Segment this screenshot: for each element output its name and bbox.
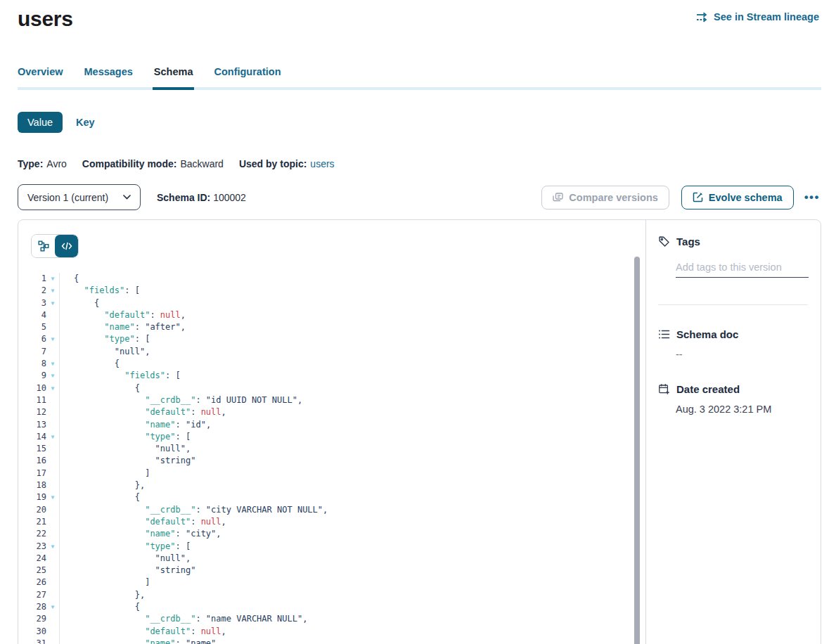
fold-gutter [46,455,59,467]
fold-arrow-icon[interactable]: ▼ [46,541,59,553]
schema-id: Schema ID: 100002 [157,192,246,203]
code-line: 3▼ { [18,297,645,309]
fold-arrow-icon[interactable]: ▼ [46,382,59,394]
date-created-section: Date created Aug. 3 2022 3:21 PM [658,383,808,415]
line-number: 9 [18,370,46,382]
tree-view-button[interactable] [32,235,55,257]
line-number: 8 [18,358,46,370]
code-line: 6▼ "type": [ [18,333,645,345]
code-text: "__crdb__": "id UUID NOT NULL", [60,394,302,406]
code-line: 31 "name": "name", [18,638,645,644]
line-number: 10 [18,382,46,394]
code-line: 2▼ "fields": [ [18,285,645,297]
code-text: { [60,601,140,613]
tags-title: Tags [676,236,700,247]
line-number: 23 [18,541,46,553]
line-number: 15 [18,443,46,455]
code-line: 24 "null", [18,553,645,565]
code-line: 18 }, [18,479,645,491]
version-bar: Version 1 (current) Schema ID: 100002 [18,184,821,210]
line-number: 17 [18,468,46,479]
compatibility-value: Backward [180,158,223,169]
code-line: 9▼ "fields": [ [18,370,645,382]
code-text: "default": null, [60,626,226,638]
code-line: 27 }, [18,589,645,601]
code-line: 28▼ { [18,601,645,613]
code-line: 5 "name": "after", [18,321,645,333]
code-line: 15 "null", [18,443,645,455]
fold-gutter [46,309,59,321]
fold-arrow-icon[interactable]: ▼ [46,273,59,285]
fold-arrow-icon[interactable]: ▼ [46,297,59,309]
code-line: 8▼ { [18,358,645,370]
tab-bar: OverviewMessagesSchemaConfiguration [18,66,821,87]
tab-underline-track [18,87,821,90]
fold-arrow-icon[interactable]: ▼ [46,370,59,382]
schema-editor-panel: 1▼{2▼ "fields": [3▼ {4 "default": null,5… [18,220,646,644]
fold-arrow-icon[interactable]: ▼ [46,285,59,297]
topic-link[interactable]: users [310,158,334,169]
tab-messages[interactable]: Messages [84,66,133,87]
add-tags-input[interactable] [676,260,809,278]
compare-versions-button[interactable]: Compare versions [541,186,669,210]
fold-arrow-icon[interactable]: ▼ [46,601,59,613]
calendar-plus-icon [658,383,670,395]
line-number: 13 [18,419,46,431]
schema-id-label: Schema ID: [157,192,210,203]
editor-scrollbar[interactable] [634,257,640,644]
code-text: { [60,358,120,370]
fold-gutter [46,394,59,406]
stream-lineage-link[interactable]: See in Stream lineage [696,11,819,22]
fold-arrow-icon[interactable]: ▼ [46,431,59,443]
line-number: 16 [18,455,46,467]
view-mode-toggle [31,234,79,258]
tags-section-header: Tags [658,236,808,247]
compatibility-mode: Compatibility mode: Backward [82,158,224,169]
tab-overview[interactable]: Overview [18,66,63,87]
code-text: "name": "after", [60,321,186,333]
code-line: 23▼ "type": [ [18,541,645,553]
more-actions-button[interactable]: ••• [803,188,821,206]
key-tab[interactable]: Key [76,117,95,128]
schema-type: Type: Avro [18,158,67,169]
date-created-title: Date created [676,383,740,395]
code-line: 30 "default": null, [18,626,645,638]
fold-gutter [46,613,59,625]
fold-gutter [46,638,59,644]
tree-view-icon [38,240,49,252]
fold-arrow-icon[interactable]: ▼ [46,491,59,503]
fold-arrow-icon[interactable]: ▼ [46,358,59,370]
code-line: 22 "name": "city", [18,528,645,540]
line-number: 21 [18,516,46,528]
code-text: "string" [60,565,195,577]
version-select[interactable]: Version 1 (current) [18,184,141,210]
code-view-button[interactable] [55,235,78,257]
schema-page: users See in Stream lineage OverviewMess… [0,0,836,644]
date-created-value: Aug. 3 2022 3:21 PM [676,404,808,415]
schema-code-editor[interactable]: 1▼{2▼ "fields": [3▼ {4 "default": null,5… [18,273,645,644]
code-text: "fields": [ [60,285,140,297]
fold-gutter [46,577,59,588]
code-line: 14▼ "type": [ [18,431,645,443]
code-text: "null", [60,346,150,358]
tab-configuration[interactable]: Configuration [214,66,281,87]
schema-card: 1▼{2▼ "fields": [3▼ {4 "default": null,5… [18,219,821,644]
code-text: { [60,297,99,309]
evolve-schema-button[interactable]: Evolve schema [681,186,794,210]
tab-schema[interactable]: Schema [154,66,193,87]
type-label: Type: [18,158,43,169]
schema-doc-value: -- [676,349,808,360]
code-line: 12 "default": null, [18,406,645,418]
code-text: "type": [ [60,333,150,345]
fold-arrow-icon[interactable]: ▼ [46,333,59,345]
line-number: 12 [18,406,46,418]
line-number: 18 [18,479,46,491]
code-text: "string" [60,455,195,467]
line-number: 30 [18,626,46,638]
fold-gutter [46,443,59,455]
code-text: "__crdb__": "name VARCHAR NULL", [60,613,307,625]
code-view-icon [61,241,72,251]
value-tab[interactable]: Value [18,112,63,133]
schema-meta: Type: Avro Compatibility mode: Backward … [18,158,821,169]
schema-doc-title: Schema doc [676,328,738,340]
